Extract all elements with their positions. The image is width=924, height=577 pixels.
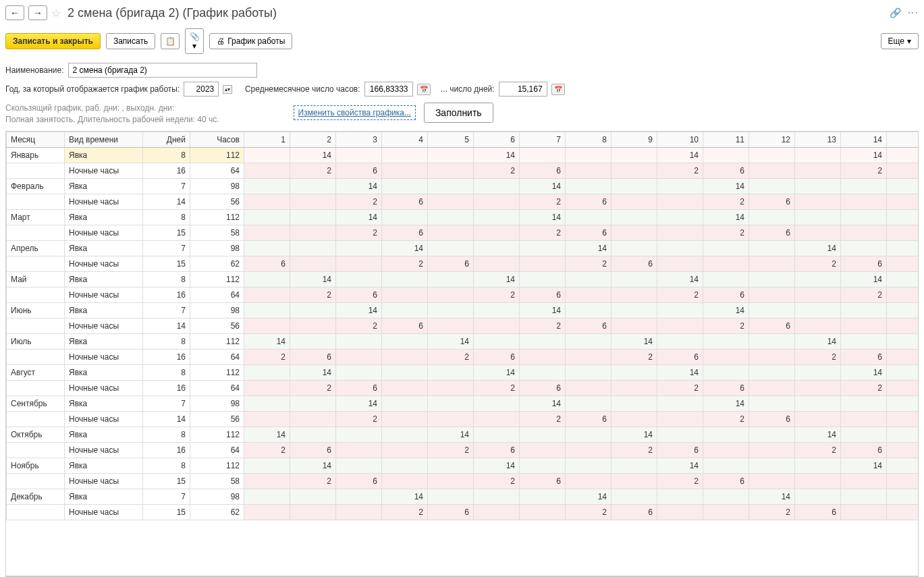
col-day-4[interactable]: 4 bbox=[382, 132, 428, 147]
table-row[interactable]: Ночные часы16642626262 bbox=[7, 163, 919, 178]
col-day-11[interactable]: 11 bbox=[703, 132, 749, 147]
avg-hours-input[interactable] bbox=[364, 82, 413, 97]
table-row[interactable]: Ночные часы1558262626 bbox=[7, 473, 919, 489]
col-day-12[interactable]: 12 bbox=[749, 132, 795, 147]
table-row[interactable]: ФевральЯвка798141414 bbox=[7, 178, 919, 194]
schedule-table: Месяц Вид времени Дней Часов 12345678910… bbox=[6, 132, 919, 520]
table-row[interactable]: АвгустЯвка811214141414 bbox=[7, 364, 919, 380]
change-properties-link[interactable]: Изменить свойства графика... bbox=[294, 105, 416, 120]
col-day-5[interactable]: 5 bbox=[428, 132, 474, 147]
table-row[interactable]: ИюньЯвка798141414 bbox=[7, 302, 919, 318]
col-day-15[interactable]: 15 bbox=[887, 132, 919, 147]
year-input[interactable] bbox=[184, 82, 219, 97]
col-days[interactable]: Дней bbox=[143, 132, 190, 147]
table-row[interactable]: Ночные часы1456262626 bbox=[7, 194, 919, 209]
col-month[interactable]: Месяц bbox=[7, 132, 65, 147]
col-day-13[interactable]: 13 bbox=[795, 132, 841, 147]
table-row[interactable]: Ночные часы166426262626 bbox=[7, 349, 919, 364]
table-row[interactable]: СентябрьЯвка798141414 bbox=[7, 395, 919, 411]
back-button[interactable]: ← bbox=[5, 5, 24, 20]
col-day-1[interactable]: 1 bbox=[244, 132, 290, 147]
year-spinner[interactable]: ▴▾ bbox=[223, 85, 232, 94]
table-row[interactable]: Ночные часы166426262626 bbox=[7, 442, 919, 458]
page-title: 2 смена (бригада 2) (График работы) bbox=[67, 6, 277, 20]
col-day-8[interactable]: 8 bbox=[566, 132, 612, 147]
col-hours[interactable]: Часов bbox=[190, 132, 244, 147]
favorite-star-icon[interactable]: ☆ bbox=[51, 7, 61, 20]
col-day-9[interactable]: 9 bbox=[612, 132, 657, 147]
list-icon-button[interactable]: 📋 bbox=[161, 33, 180, 49]
col-day-14[interactable]: 14 bbox=[841, 132, 887, 147]
table-row[interactable]: Ночные часы15626262626 bbox=[7, 256, 919, 271]
table-row[interactable]: АпрельЯвка798141414 bbox=[7, 240, 919, 256]
table-row[interactable]: ДекабрьЯвка798141414 bbox=[7, 489, 919, 504]
calendar-icon[interactable]: 📅 bbox=[417, 84, 431, 95]
table-row[interactable]: Ночные часы1562262626 bbox=[7, 504, 919, 520]
avg-days-label: ... число дней: bbox=[441, 84, 495, 94]
forward-button[interactable]: → bbox=[28, 5, 47, 20]
link-icon[interactable]: 🔗 bbox=[890, 7, 901, 18]
table-row[interactable]: Ночные часы1558262626 bbox=[7, 225, 919, 240]
name-label: Наименование: bbox=[5, 65, 64, 75]
fill-button[interactable]: Заполнить bbox=[424, 103, 493, 123]
table-row[interactable]: ЯнварьЯвка811214141414 bbox=[7, 147, 919, 163]
schedule-button[interactable]: 🖨График работы bbox=[209, 33, 292, 49]
col-day-7[interactable]: 7 bbox=[520, 132, 566, 147]
schedule-info: Скользящий график, раб. дни: , выходн. д… bbox=[5, 103, 219, 126]
print-icon: 🖨 bbox=[217, 36, 225, 46]
name-input[interactable] bbox=[68, 63, 257, 78]
table-row[interactable]: ОктябрьЯвка811214141414 bbox=[7, 427, 919, 442]
col-day-3[interactable]: 3 bbox=[336, 132, 382, 147]
calendar-icon-2[interactable]: 📅 bbox=[551, 84, 565, 95]
table-row[interactable]: Ночные часы16642626262 bbox=[7, 380, 919, 395]
table-row[interactable]: НоябрьЯвка811214141414 bbox=[7, 458, 919, 473]
schedule-table-wrap[interactable]: Месяц Вид времени Дней Часов 12345678910… bbox=[5, 131, 919, 576]
col-day-10[interactable]: 10 bbox=[657, 132, 703, 147]
more-button[interactable]: Еще ▾ bbox=[881, 33, 919, 49]
avg-hours-label: Среднемесячное число часов: bbox=[245, 84, 360, 94]
year-label: Год, за который отображается график рабо… bbox=[5, 84, 180, 94]
avg-days-input[interactable] bbox=[499, 82, 547, 97]
table-row[interactable]: МартЯвка8112141414 bbox=[7, 209, 919, 225]
col-type[interactable]: Вид времени bbox=[65, 132, 143, 147]
table-row[interactable]: Ночные часы16642626262 bbox=[7, 287, 919, 302]
attach-icon-button[interactable]: 📎▾ bbox=[185, 28, 204, 54]
table-row[interactable]: Ночные часы145622626 bbox=[7, 411, 919, 427]
col-day-6[interactable]: 6 bbox=[474, 132, 520, 147]
kebab-menu-icon[interactable]: ⋮ bbox=[906, 7, 919, 19]
col-day-2[interactable]: 2 bbox=[290, 132, 336, 147]
table-row[interactable]: МайЯвка811214141414 bbox=[7, 271, 919, 287]
save-button[interactable]: Записать bbox=[106, 33, 155, 49]
table-row[interactable]: Ночные часы1456262626 bbox=[7, 318, 919, 333]
save-close-button[interactable]: Записать и закрыть bbox=[5, 33, 101, 49]
table-row[interactable]: ИюльЯвка811214141414 bbox=[7, 333, 919, 349]
